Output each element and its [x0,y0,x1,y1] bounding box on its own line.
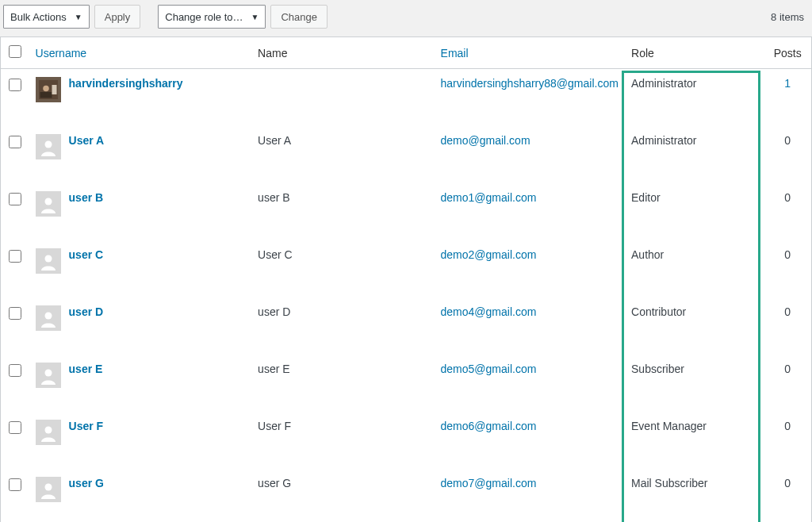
avatar [36,191,61,217]
email-cell: demo4@gmail.com [435,297,625,355]
role-cell: Subscriber [625,355,764,412]
name-cell: User F [251,412,434,469]
role-cell: Mail Subscriber [625,469,764,522]
column-header-posts[interactable]: Posts [764,37,811,69]
role-cell: Event Manager [625,412,764,469]
posts-cell: 0 [764,469,811,522]
row-checkbox-cell [1,69,29,127]
table-row: user Buser Bdemo1@gmail.comEditor0 [1,183,812,240]
username-link[interactable]: user G [69,477,104,489]
avatar [36,363,61,388]
svg-point-17 [44,484,52,491]
apply-button[interactable]: Apply [94,5,141,29]
role-cell: Contributor [625,297,764,355]
name-cell: user D [251,297,434,355]
select-all-checkbox[interactable] [9,45,21,58]
name-cell: User C [251,240,434,297]
name-cell: User A [251,126,434,183]
posts-cell: 0 [764,183,811,240]
email-cell: demo6@gmail.com [435,412,625,469]
table-row: user Euser Edemo5@gmail.comSubscriber0 [1,355,812,412]
row-checkbox[interactable] [9,307,21,320]
select-all-header [1,37,29,69]
email-cell: demo7@gmail.com [435,469,625,522]
username-link[interactable]: user C [69,248,104,261]
email-link[interactable]: demo6@gmail.com [441,420,537,432]
username-cell: User A [29,126,252,183]
username-link[interactable]: harvindersinghsharry [69,77,183,90]
table-row: harvindersinghsharryharvindersinghsharry… [1,69,812,127]
users-table: Username Name Email Role Posts harvinder… [0,36,812,522]
svg-point-13 [44,370,52,377]
row-checkbox[interactable] [9,364,21,377]
svg-rect-3 [52,85,56,94]
users-table-wrap: Username Name Email Role Posts harvinder… [0,36,812,522]
email-cell: demo1@gmail.com [435,183,625,240]
change-button[interactable]: Change [270,5,327,29]
email-cell: demo2@gmail.com [435,240,625,297]
posts-cell: 0 [764,240,811,297]
row-checkbox-cell [1,355,29,412]
row-checkbox[interactable] [9,478,21,491]
avatar [36,420,61,445]
row-checkbox-cell [1,412,29,469]
row-checkbox-cell [1,240,29,297]
item-count: 8 items [771,11,809,23]
username-cell: User F [29,412,252,469]
row-checkbox[interactable] [9,193,21,205]
name-cell: user G [251,469,434,522]
email-link[interactable]: demo2@gmail.com [441,248,537,261]
name-cell: user B [251,183,434,240]
svg-point-9 [44,255,52,263]
change-role-select[interactable]: Change role to… ▼ [158,5,266,29]
email-link[interactable]: demo7@gmail.com [441,477,537,489]
avatar [36,77,61,102]
table-row: user Duser Ddemo4@gmail.comContributor0 [1,297,812,355]
username-cell: user B [29,183,252,240]
posts-cell: 0 [764,412,811,469]
row-checkbox[interactable] [9,421,21,434]
svg-rect-2 [40,92,52,98]
email-link[interactable]: demo4@gmail.com [441,305,537,318]
table-header-row: Username Name Email Role Posts [1,37,812,69]
role-cell: Author [625,240,764,297]
email-link[interactable]: demo@gmail.com [441,134,530,147]
row-checkbox[interactable] [9,136,21,148]
name-cell: user E [251,355,434,412]
row-checkbox-cell [1,297,29,355]
chevron-down-icon: ▼ [251,13,259,21]
username-cell: user G [29,469,252,522]
svg-point-11 [44,313,52,320]
svg-point-7 [44,198,52,205]
posts-cell: 0 [764,126,811,183]
posts-link[interactable]: 1 [784,77,791,90]
column-header-email[interactable]: Email [435,37,625,69]
posts-cell: 1 [764,69,811,127]
avatar [36,248,61,274]
svg-point-5 [44,141,52,148]
role-cell: Administrator [625,126,764,183]
column-header-name[interactable]: Name [251,37,434,69]
username-cell: user D [29,297,252,355]
username-link[interactable]: user E [69,363,103,375]
email-cell: harvindersinghsharry88@gmail.com [435,69,625,127]
posts-cell: 0 [764,355,811,412]
avatar [36,477,61,502]
username-link[interactable]: user B [69,191,104,204]
row-checkbox[interactable] [9,79,21,91]
username-link[interactable]: user D [69,305,104,318]
username-link[interactable]: User F [69,420,104,432]
row-checkbox-cell [1,469,29,522]
row-checkbox[interactable] [9,250,21,263]
bulk-actions-select[interactable]: Bulk Actions ▼ [3,5,90,29]
email-link[interactable]: demo1@gmail.com [441,191,537,204]
column-header-username[interactable]: Username [29,37,252,69]
username-cell: harvindersinghsharry [29,69,252,127]
email-link[interactable]: harvindersinghsharry88@gmail.com [441,77,619,90]
username-cell: user C [29,240,252,297]
email-link[interactable]: demo5@gmail.com [441,363,537,375]
row-checkbox-cell [1,183,29,240]
avatar [36,134,61,159]
username-link[interactable]: User A [69,134,105,147]
column-header-role[interactable]: Role [625,37,764,69]
